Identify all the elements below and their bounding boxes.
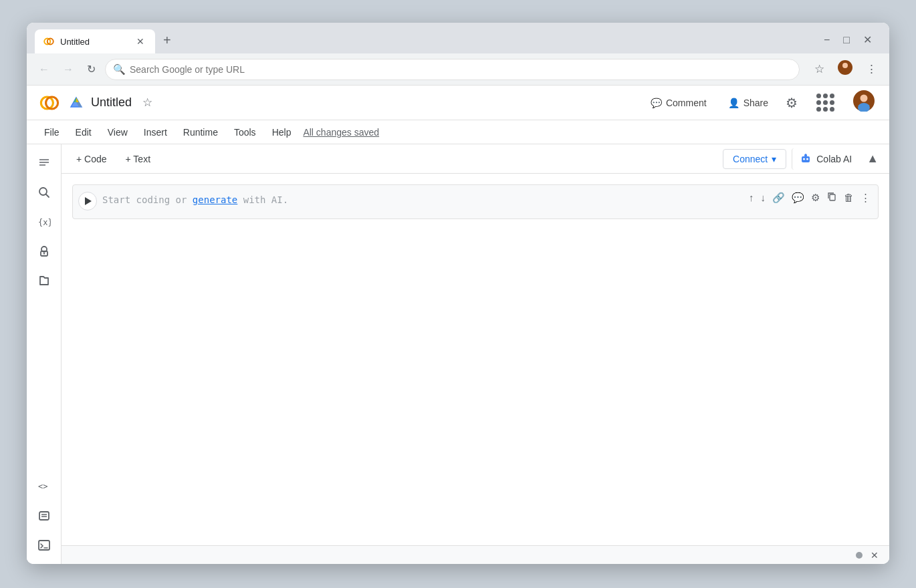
- cells-area[interactable]: ↑ ↓ 🔗 💬 ⚙ 🗑: [62, 174, 889, 545]
- cell-comment-button[interactable]: 💬: [789, 189, 807, 206]
- header-actions: 💬 Comment 👤 Share ⚙: [643, 86, 879, 121]
- cell-copy-button[interactable]: [824, 188, 840, 206]
- cell-actions: ↑ ↓ 🔗 💬 ⚙ 🗑: [746, 188, 873, 206]
- sidebar-code-diff-button[interactable]: <>: [31, 473, 58, 500]
- svg-point-21: [43, 253, 44, 254]
- run-icon: [85, 197, 92, 205]
- cell-link-button[interactable]: 🔗: [770, 189, 788, 206]
- collapse-panel-button[interactable]: ▲: [864, 149, 881, 168]
- snippets-icon: [37, 509, 51, 523]
- notebook-header: Untitled ☆ 💬 Comment 👤 Share ⚙: [27, 86, 889, 120]
- maximize-button[interactable]: □: [839, 32, 854, 48]
- sidebar-variables-button[interactable]: {x}: [31, 208, 58, 235]
- bottom-close-button[interactable]: ✕: [868, 549, 881, 562]
- notebook-app: Untitled ☆ 💬 Comment 👤 Share ⚙: [27, 86, 889, 564]
- svg-point-11: [861, 95, 868, 102]
- bookmark-button[interactable]: ☆: [810, 58, 828, 80]
- chrome-menu-button[interactable]: ⋮: [862, 58, 881, 80]
- menu-runtime[interactable]: Runtime: [177, 124, 225, 140]
- cell-move-up-button[interactable]: ↑: [746, 189, 757, 206]
- forward-button[interactable]: →: [59, 60, 78, 79]
- svg-point-16: [39, 188, 47, 195]
- svg-line-17: [46, 194, 49, 197]
- tab-title: Untitled: [60, 37, 128, 47]
- cell-move-down-button[interactable]: ↓: [758, 189, 769, 206]
- copy-icon: [826, 191, 837, 202]
- tab-favicon: [43, 35, 55, 47]
- browser-window: Untitled ✕ + − □ ✕ ← → ↻ 🔍 ☆: [27, 23, 889, 564]
- tab-close-button[interactable]: ✕: [134, 35, 147, 47]
- colab-logo: [37, 91, 62, 115]
- search-icon: [37, 186, 51, 199]
- left-sidebar: {x}: [27, 144, 62, 564]
- svg-rect-23: [39, 512, 49, 520]
- menu-view[interactable]: View: [101, 124, 134, 140]
- bottom-bar: ✕: [62, 545, 889, 564]
- settings-button[interactable]: ⚙: [782, 91, 802, 115]
- svg-point-29: [803, 158, 805, 160]
- sidebar-files-button[interactable]: [31, 267, 58, 294]
- profile-button[interactable]: [834, 56, 856, 82]
- svg-text:<>: <>: [38, 482, 47, 491]
- cell-delete-button[interactable]: 🗑: [841, 189, 856, 206]
- files-icon: [37, 274, 51, 287]
- window-controls: − □ ✕: [820, 32, 876, 48]
- svg-point-3: [842, 63, 848, 68]
- code-diff-icon: <>: [37, 480, 51, 493]
- address-bar: ← → ↻ 🔍 ☆ ⋮: [27, 53, 889, 86]
- menu-tools[interactable]: Tools: [227, 124, 263, 140]
- user-avatar: [853, 90, 875, 112]
- notebook-title: Untitled: [91, 96, 132, 110]
- menu-file[interactable]: File: [37, 124, 66, 140]
- apps-grid-button[interactable]: [807, 86, 844, 121]
- tab-strip: Untitled ✕ +: [35, 29, 881, 53]
- menu-bar: File Edit View Insert Runtime Tools Help…: [27, 120, 889, 144]
- add-text-button[interactable]: + Text: [119, 151, 158, 167]
- colab-ai-button[interactable]: Colab AI: [792, 148, 858, 170]
- sidebar-snippets-button[interactable]: [31, 502, 58, 529]
- address-input[interactable]: [105, 59, 800, 80]
- new-tab-button[interactable]: +: [158, 30, 177, 51]
- generate-ai-link[interactable]: generate: [193, 194, 237, 205]
- cell-more-button[interactable]: ⋮: [858, 189, 873, 206]
- run-cell-button[interactable]: [78, 192, 97, 210]
- colab-ai-icon: [799, 152, 812, 166]
- share-button[interactable]: 👤 Share: [720, 94, 776, 112]
- close-button[interactable]: ✕: [859, 32, 876, 48]
- share-icon: 👤: [728, 98, 739, 108]
- toc-icon: [37, 156, 51, 170]
- connect-button[interactable]: Connect ▾: [723, 149, 786, 169]
- comment-button[interactable]: 💬 Comment: [643, 94, 715, 112]
- address-wrap: 🔍: [105, 59, 800, 80]
- variables-icon: {x}: [37, 215, 51, 229]
- code-cell-container: ↑ ↓ 🔗 💬 ⚙ 🗑: [72, 184, 879, 219]
- svg-rect-33: [830, 194, 835, 200]
- terminal-icon: [37, 539, 51, 552]
- account-avatar-button[interactable]: [849, 86, 879, 119]
- sidebar-search-button[interactable]: [31, 179, 58, 206]
- reload-button[interactable]: ↻: [83, 60, 100, 79]
- svg-point-30: [806, 158, 808, 160]
- notebook-content: + Code + Text Connect ▾: [62, 144, 889, 564]
- sidebar-toc-button[interactable]: [31, 150, 58, 176]
- cell-toolbar: + Code + Text Connect ▾: [62, 144, 889, 174]
- connect-chevron-icon: ▾: [772, 154, 776, 164]
- comment-icon: 💬: [651, 98, 662, 108]
- svg-rect-28: [802, 156, 810, 162]
- svg-marker-9: [71, 102, 82, 107]
- cell-settings-button[interactable]: ⚙: [808, 189, 822, 206]
- menu-edit[interactable]: Edit: [69, 124, 98, 140]
- minimize-button[interactable]: −: [820, 32, 834, 48]
- google-drive-icon: [70, 96, 83, 110]
- sidebar-secrets-button[interactable]: [31, 238, 58, 265]
- notebook-body: {x}: [27, 144, 889, 564]
- add-code-button[interactable]: + Code: [70, 151, 114, 167]
- star-button[interactable]: ☆: [140, 93, 155, 112]
- sidebar-terminal-button[interactable]: [31, 532, 58, 559]
- back-button[interactable]: ←: [35, 60, 53, 79]
- save-status[interactable]: All changes saved: [303, 127, 379, 138]
- menu-insert[interactable]: Insert: [137, 124, 174, 140]
- browser-tab-active[interactable]: Untitled ✕: [35, 29, 155, 53]
- menu-help[interactable]: Help: [265, 124, 298, 140]
- secrets-icon: [37, 245, 51, 258]
